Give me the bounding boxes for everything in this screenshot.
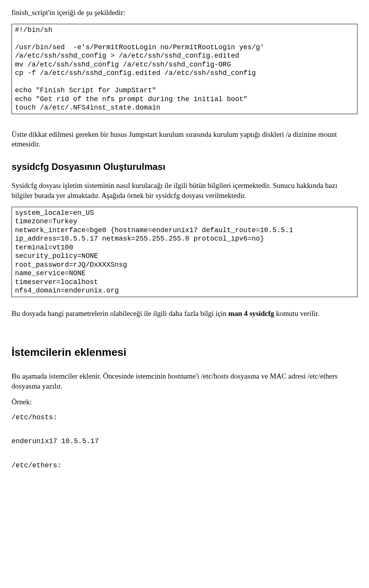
heading-istemcilerin: İstemcilerin eklenmesi bbox=[12, 345, 357, 360]
paragraph-man-ref: Bu dosyada hangi parametrelerin olabilec… bbox=[12, 309, 357, 319]
paragraph-clients: Bu aşamada istemciler eklenir. Öncesinde… bbox=[12, 371, 357, 391]
man-ref-before: Bu dosyada hangi parametrelerin olabilec… bbox=[12, 309, 228, 317]
example-label: Örnek: bbox=[12, 397, 357, 407]
hosts-label: /etc/hosts: bbox=[12, 413, 357, 422]
ethers-label: /etc/ethers: bbox=[12, 461, 357, 470]
man-ref-after: komutu verilir. bbox=[274, 309, 319, 317]
hosts-content: enderunix17 10.5.5.17 bbox=[12, 437, 357, 446]
sysidcfg-codebox: system_locale=en_US timezone=Turkey netw… bbox=[12, 207, 357, 297]
heading-sysidcfg: sysidcfg Dosyasının Oluşturulması bbox=[12, 161, 357, 173]
paragraph-mount: Üstte dikkat edilmesi gereken bir husus … bbox=[12, 130, 357, 149]
paragraph-sysidcfg-desc: Sysidcfg dosyası işletim sisteminin nası… bbox=[12, 181, 357, 200]
man-ref-bold: man 4 sysidcfg bbox=[228, 309, 274, 317]
intro-line: finish_script'in içeriği de şu şekildedi… bbox=[12, 8, 357, 18]
finish-script-codebox: #!/bin/sh /usr/bin/sed -e's/PermitRootLo… bbox=[12, 24, 357, 114]
